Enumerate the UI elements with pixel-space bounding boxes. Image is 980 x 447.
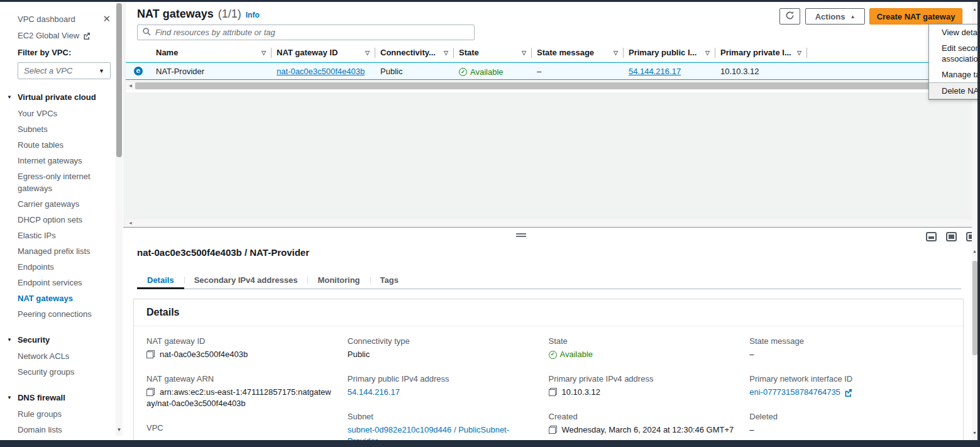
sidebar-item-internet-gateways[interactable]: Internet gateways xyxy=(18,153,123,168)
page-title: NAT gateways xyxy=(137,8,214,21)
sidebar-item-endpoint-services[interactable]: Endpoint services xyxy=(18,275,123,290)
scroll-left-icon[interactable]: ◄ xyxy=(126,83,135,89)
sidebar-section-virtual-private-cloud[interactable]: ▼ Virtual private cloud xyxy=(0,92,123,102)
panel-size-medium-icon[interactable] xyxy=(946,232,957,241)
field-deleted: Deleted – xyxy=(749,412,935,436)
sidebar-item-route-tables[interactable]: Route tables xyxy=(18,137,123,153)
sidebar-item-domain-lists[interactable]: Domain lists xyxy=(18,422,123,438)
actions-dropdown-menu: View details Edit secondary IPv4 address… xyxy=(928,24,980,100)
column-header-primary-private-ip[interactable]: Primary private I... xyxy=(720,48,793,57)
field-state: State ✓Available xyxy=(549,336,735,360)
panel-scroll-down-icon[interactable]: ▼ xyxy=(972,431,977,435)
menu-item-edit-secondary-ipv4[interactable]: Edit secondary IPv4 address associations xyxy=(929,40,980,67)
sidebar-section-security[interactable]: ▼ Security xyxy=(0,335,123,345)
table-row[interactable]: NAT-Provider nat-0ac0e3c500f4e403b Publi… xyxy=(126,62,972,80)
sidebar-item-your-vpcs[interactable]: Your VPCs xyxy=(18,106,123,121)
panel-scroll-up-icon[interactable]: ▲ xyxy=(972,249,977,253)
nat-gateway-id-link[interactable]: nat-0ac0e3c500f4e403b xyxy=(277,67,365,76)
detail-tabs: Details Secondary IPv4 addresses Monitor… xyxy=(137,272,961,289)
sidebar-item-vpc-dashboard[interactable]: VPC dashboard xyxy=(18,14,75,24)
sidebar-item-nat-gateways[interactable]: NAT gateways xyxy=(18,290,123,306)
vpc-filter-placeholder: Select a VPC xyxy=(24,66,72,75)
section-collapse-icon: ▼ xyxy=(7,395,12,400)
external-link-icon xyxy=(83,32,91,40)
sidebar-item-network-acls[interactable]: Network ACLs xyxy=(18,348,123,364)
scroll-left-icon[interactable]: ◄ xyxy=(126,221,135,225)
tab-secondary-ipv4-addresses[interactable]: Secondary IPv4 addresses xyxy=(184,272,308,288)
nat-gateways-table-card: NAT gateways (1/1) Info Actions ▲ Create… xyxy=(126,3,972,92)
section-collapse-icon: ▼ xyxy=(7,337,12,343)
sidebar-item-egress-only-internet-gateways[interactable]: Egress-only internet gateways xyxy=(18,168,123,196)
menu-item-view-details[interactable]: View details xyxy=(929,25,980,40)
table-header-row: Name▽ NAT gateway ID▽ Connectivity...▽ S… xyxy=(126,44,972,62)
scroll-up-icon[interactable]: ▲ xyxy=(972,7,977,11)
column-header-state[interactable]: State xyxy=(459,48,518,57)
copy-icon[interactable] xyxy=(146,350,155,358)
split-panel-drag-handle[interactable] xyxy=(516,233,526,238)
sidebar-group-dns-firewall-items: Rule groups Domain lists xyxy=(0,406,123,438)
row-radio-selected[interactable] xyxy=(134,67,143,75)
column-header-connectivity[interactable]: Connectivity... xyxy=(380,48,440,57)
details-card-title: Details xyxy=(134,299,963,326)
sidebar-item-ec2-global-view[interactable]: EC2 Global View xyxy=(18,31,79,40)
column-header-primary-public-ip[interactable]: Primary public I... xyxy=(629,48,702,57)
external-link-icon xyxy=(844,389,852,396)
copy-icon[interactable] xyxy=(549,388,557,396)
column-header-name[interactable]: Name xyxy=(156,48,258,57)
filter-icon[interactable]: ▽ xyxy=(797,50,801,56)
tab-monitoring[interactable]: Monitoring xyxy=(307,272,370,288)
table-horizontal-scrollbar[interactable]: ◄ xyxy=(126,80,972,90)
state-status-badge: ✓Available xyxy=(459,67,504,77)
copy-icon[interactable] xyxy=(146,388,155,396)
sidebar-scroll-down-icon[interactable]: ▼ xyxy=(116,427,122,433)
info-link[interactable]: Info xyxy=(246,11,260,19)
filter-icon[interactable]: ▽ xyxy=(365,50,370,56)
public-ip-link[interactable]: 54.144.216.17 xyxy=(348,387,400,398)
tab-tags[interactable]: Tags xyxy=(370,272,409,288)
column-header-nat-gateway-id[interactable]: NAT gateway ID xyxy=(277,48,361,57)
sidebar-item-peering-connections[interactable]: Peering connections xyxy=(18,306,123,322)
sidebar-item-dhcp-option-sets[interactable]: DHCP option sets xyxy=(18,212,123,228)
refresh-button[interactable] xyxy=(779,8,800,25)
vpc-sidebar: VPC dashboard ✕ EC2 Global View Filter b… xyxy=(0,2,123,440)
check-circle-icon: ✓ xyxy=(459,68,467,76)
cell-state-message: – xyxy=(532,67,624,76)
sidebar-item-elastic-ips[interactable]: Elastic IPs xyxy=(18,228,123,243)
chevron-down-icon: ▼ xyxy=(99,68,104,74)
filter-by-vpc-label: Filter by VPC: xyxy=(0,40,123,57)
sidebar-section-dns-firewall[interactable]: ▼ DNS firewall xyxy=(0,393,123,402)
detail-panel-title: nat-0ac0e3c500f4e403b / NAT-Provider xyxy=(137,247,309,258)
primary-public-ip-link[interactable]: 54.144.216.17 xyxy=(629,67,681,76)
panel-scrollbar-thumb[interactable] xyxy=(972,261,977,355)
actions-button[interactable]: Actions ▲ xyxy=(805,8,865,25)
sidebar-item-subnets[interactable]: Subnets xyxy=(18,121,123,137)
tab-details[interactable]: Details xyxy=(137,272,184,288)
sidebar-item-rule-groups[interactable]: Rule groups xyxy=(18,406,123,422)
field-state-message: State message – xyxy=(749,336,935,360)
sidebar-item-managed-prefix-lists[interactable]: Managed prefix lists xyxy=(18,243,123,259)
vpc-filter-select[interactable]: Select a VPC ▼ xyxy=(18,62,111,79)
filter-icon[interactable]: ▽ xyxy=(614,50,618,56)
sidebar-item-security-groups[interactable]: Security groups xyxy=(18,364,123,380)
column-header-state-message[interactable]: State message xyxy=(537,48,610,57)
scrollbar-thumb[interactable] xyxy=(135,82,968,89)
menu-item-manage-tags[interactable]: Manage tags xyxy=(929,67,980,82)
filter-icon[interactable]: ▽ xyxy=(262,50,266,56)
copy-icon[interactable] xyxy=(549,426,557,434)
resource-search[interactable] xyxy=(137,25,475,40)
menu-item-delete-nat-gateway[interactable]: Delete NAT gateway xyxy=(929,82,980,99)
sidebar-scrollbar-thumb[interactable] xyxy=(116,3,122,157)
sidebar-item-carrier-gateways[interactable]: Carrier gateways xyxy=(18,196,123,212)
eni-link[interactable]: eni-07773158784764735 xyxy=(749,387,840,398)
create-nat-gateway-button[interactable]: Create NAT gateway xyxy=(869,8,962,25)
filter-icon[interactable]: ▽ xyxy=(444,50,448,56)
filter-icon[interactable]: ▽ xyxy=(705,50,710,56)
sidebar-group-security-items: Network ACLs Security groups xyxy=(0,348,123,380)
search-input[interactable] xyxy=(155,28,469,37)
panel-size-small-icon[interactable] xyxy=(926,232,937,241)
sidebar-item-endpoints[interactable]: Endpoints xyxy=(18,259,123,275)
lower-horizontal-scrollbar[interactable]: ◄ xyxy=(126,219,972,226)
sidebar-group-vpc-items: Your VPCs Subnets Route tables Internet … xyxy=(0,106,123,322)
sidebar-close-icon[interactable]: ✕ xyxy=(102,13,111,25)
filter-icon[interactable]: ▽ xyxy=(522,50,526,56)
